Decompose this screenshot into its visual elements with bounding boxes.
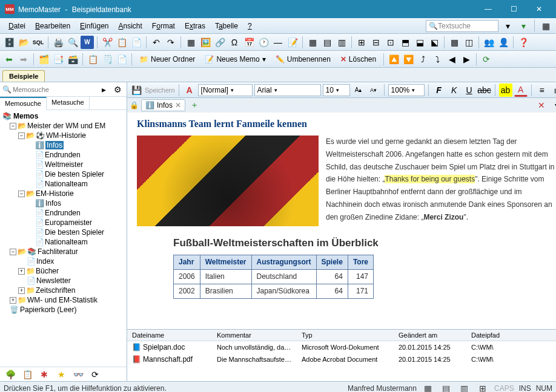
table-insert-icon[interactable]: ▦ — [306, 36, 319, 49]
tree-node[interactable]: 📄Nationalteam — [1, 237, 125, 247]
lock-icon[interactable]: 🔒 — [130, 101, 139, 109]
reload-icon[interactable]: ⟳ — [480, 53, 493, 66]
th-ort[interactable]: Austragungsort — [251, 255, 316, 269]
tab-beispiele[interactable]: Beispiele — [2, 70, 45, 82]
tree-node[interactable]: 📄Index — [1, 256, 125, 266]
font-style-icon[interactable]: A — [183, 83, 196, 97]
collapse-icon[interactable]: − — [10, 123, 16, 129]
collapse-icon[interactable]: − — [18, 132, 25, 139]
copy-icon[interactable]: 📋 — [115, 36, 128, 49]
undo-icon[interactable]: ↶ — [150, 36, 163, 49]
tree-left-icon[interactable]: ◀ — [445, 53, 458, 66]
help-icon[interactable]: ❓ — [517, 36, 530, 49]
tree-node[interactable]: 📄Die besten Spieler — [1, 169, 125, 179]
insert-field-icon[interactable]: 📝 — [286, 36, 299, 49]
th-spiele[interactable]: Spiele — [316, 255, 348, 269]
tree-node[interactable]: −📂Meister der WM und EM — [1, 121, 125, 131]
insert-table-icon[interactable]: ▦ — [184, 36, 197, 49]
insert-hr-icon[interactable]: — — [271, 36, 285, 49]
highlight-icon[interactable]: ab — [499, 83, 512, 97]
tree-node[interactable]: 📄Nationalteam — [1, 179, 125, 189]
search-go-icon[interactable]: ▸ — [98, 83, 110, 96]
strike-icon[interactable]: abc — [478, 83, 491, 97]
col-pfad[interactable]: Dateipfad — [466, 330, 515, 341]
document-view[interactable]: Klinsmanns Team lernt Fanmeile kennen Es… — [127, 113, 556, 329]
align-tbl-icon[interactable]: ▦ — [448, 36, 461, 49]
expand-icon[interactable]: + — [18, 287, 25, 294]
zoom-combo[interactable]: 100%▾ — [388, 84, 425, 96]
sidetab-metasuche[interactable]: Metasuche — [47, 97, 90, 109]
col-typ[interactable]: Typ — [297, 330, 394, 341]
close-button[interactable]: ✕ — [527, 0, 551, 18]
tree-node[interactable]: −📂EM-Historie — [1, 189, 125, 198]
col-geaendert[interactable]: Geändert am — [394, 330, 466, 341]
neuer-ordner-button[interactable]: 📁 Neuer Ordner — [135, 53, 199, 66]
tree-up-icon[interactable]: ⤴ — [416, 53, 429, 66]
close-tab-icon[interactable]: ✕ — [175, 101, 181, 109]
split-icon[interactable]: ⬓ — [413, 36, 426, 49]
search-dropdown-icon[interactable]: ▾ — [501, 19, 514, 33]
redo-icon[interactable]: ↷ — [164, 36, 177, 49]
save-icon[interactable]: 💾 — [130, 83, 143, 97]
expand-icon[interactable]: + — [18, 268, 25, 275]
tree-root[interactable]: 📚 Memos — [1, 111, 125, 121]
size-up-icon[interactable]: A▴ — [352, 83, 365, 97]
menu-bearbeiten[interactable]: Bearbeiten — [30, 20, 75, 32]
nav-fwd-icon[interactable]: ➡ — [17, 53, 30, 66]
collapse-icon[interactable]: − — [10, 249, 16, 255]
doc-tab-infos[interactable]: ℹ️ Infos ✕ — [141, 99, 185, 111]
insert-date-icon[interactable]: 📅 — [242, 36, 256, 49]
col-kommentar[interactable]: Kommentar — [212, 330, 297, 341]
insert-symbol-icon[interactable]: Ω — [228, 36, 241, 49]
status-icon-3[interactable]: ▥ — [458, 382, 471, 393]
merge-icon[interactable]: ⬒ — [399, 36, 412, 49]
del-row-icon[interactable]: ⬕ — [428, 36, 441, 49]
tree-node[interactable]: 📄Die besten Spieler — [1, 227, 125, 237]
menu-extras[interactable]: Extras — [180, 20, 210, 32]
people-icon[interactable]: 👥 — [482, 36, 495, 49]
maximize-button[interactable]: ☐ — [501, 0, 526, 18]
export-word-icon[interactable]: W — [81, 36, 94, 49]
tree-node[interactable]: +📁WM- und EM-Statistik — [1, 295, 125, 305]
tree-node[interactable]: 📄Endrunden — [1, 208, 125, 218]
refresh2-icon[interactable]: ⟳ — [88, 368, 102, 381]
grid2-icon[interactable]: ⊟ — [369, 36, 383, 49]
memo-search[interactable]: 🔍 ▸ ⚙ — [0, 82, 127, 97]
minimize-button[interactable]: — — [476, 0, 500, 18]
view6-icon[interactable]: 📄 — [115, 53, 128, 66]
bold-icon[interactable]: F — [432, 83, 446, 97]
expand-icon[interactable]: + — [10, 297, 16, 304]
tree-node[interactable]: ℹ️Infos — [1, 198, 125, 208]
fontcolor-icon[interactable]: A — [514, 83, 528, 97]
attachment-row[interactable]: 📕 Mannschaft.pdf Die Mannschaftsaufstell… — [127, 353, 556, 365]
col-dateiname[interactable]: Dateiname — [127, 330, 212, 341]
search-opts-icon[interactable]: ⚙ — [111, 83, 124, 96]
glasses-icon[interactable]: 👓 — [71, 368, 85, 381]
font-combo[interactable]: Arial▾ — [254, 84, 321, 96]
menu-ansicht[interactable]: Ansicht — [113, 20, 147, 32]
umbenennen-button[interactable]: ✏️ Umbenennen — [271, 53, 335, 66]
favorite-icon[interactable]: ★ — [55, 368, 68, 381]
layout-toggle-icon[interactable]: ▦ — [539, 19, 552, 33]
underline-icon[interactable]: U — [463, 83, 476, 97]
nav-back-icon[interactable]: ⬅ — [2, 53, 16, 66]
menu-format[interactable]: Format — [147, 20, 180, 32]
view2-icon[interactable]: 📑 — [51, 53, 65, 66]
menu-datei[interactable]: Datei — [4, 20, 30, 32]
print-icon[interactable]: 🖨️ — [51, 36, 65, 49]
tree-node[interactable]: 📄Europameister — [1, 218, 125, 227]
th-jahr[interactable]: Jahr — [174, 255, 200, 269]
status-icon-2[interactable]: ▤ — [440, 382, 453, 393]
sql-icon[interactable]: SQL — [31, 36, 45, 49]
neues-memo-button[interactable]: 📝 Neues Memo ▾ — [200, 53, 270, 66]
tabs-menu-icon[interactable]: ▾ — [551, 99, 556, 112]
memo-search-input[interactable] — [13, 86, 96, 93]
new-db-icon[interactable]: 🗄️ — [2, 36, 16, 49]
tree-down-icon[interactable]: ⤵ — [431, 53, 444, 66]
status-icon-1[interactable]: ▦ — [422, 382, 435, 393]
tree-node[interactable]: 📄Endrunden — [1, 150, 125, 160]
tree-node[interactable]: +📁Zeitschriften — [1, 286, 125, 295]
insert-time-icon[interactable]: 🕐 — [257, 36, 270, 49]
tree-view-icon[interactable]: 🌳 — [4, 368, 17, 381]
border-icon[interactable]: ◫ — [462, 36, 475, 49]
